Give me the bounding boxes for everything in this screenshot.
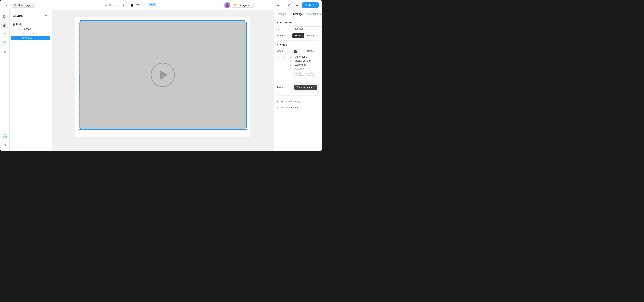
display-controls-label: Display controls <box>294 60 312 62</box>
canvas-content <box>75 16 250 133</box>
loop-video-row: Loop video <box>290 64 319 66</box>
chevron-down-icon: ⌄ <box>250 4 252 6</box>
poster-area: Choose image... <box>292 82 319 93</box>
id-field-row: ID <box>277 26 319 31</box>
conditional-visibility-section[interactable]: ▶ Conditional visibility <box>277 98 319 104</box>
resize-handle-tr[interactable] <box>245 20 247 22</box>
tab-interactions[interactable]: Interactions <box>306 10 322 18</box>
chevron-down-icon: ⌄ <box>32 4 34 6</box>
add-layer-button[interactable]: + <box>44 13 48 18</box>
video-layer-icon: ⊙ <box>22 37 24 40</box>
autoplay-checkbox[interactable] <box>290 68 293 70</box>
layers-title: Layers <box>13 14 22 17</box>
custom-attributes-section[interactable]: ▶ Custom attributes <box>277 104 319 110</box>
sidebar-item-global[interactable]: 🌐 <box>1 132 8 140</box>
attributes-section-header[interactable]: ▼ Attributes <box>277 21 319 24</box>
chevron-icon: ⌄ <box>15 28 17 30</box>
check-icon[interactable]: ✓ <box>286 2 292 8</box>
designer-selector[interactable]: ✏️ Designer ⌄ <box>232 2 254 8</box>
tree-item-section[interactable]: ⌄ ⬜ Section <box>11 26 50 31</box>
canvas-container <box>75 16 250 137</box>
right-panel-tabs: Design Settings Interactions <box>274 10 322 18</box>
video-section-header[interactable]: ▼ Video <box>277 43 319 46</box>
avatar[interactable]: 👤 <box>224 2 230 8</box>
sidebar-item-pages[interactable]: ≡ <box>1 30 8 38</box>
behavior-label: Behavior <box>277 55 290 58</box>
sidebar-item-layers[interactable]: ◧ <box>1 22 8 29</box>
sidebar-item-home[interactable]: 🏠 <box>1 13 8 20</box>
video-section-chevron-icon: ▼ <box>277 44 279 46</box>
topbar: ✦ 🏠 Homepage ⌄ 🖥 All screens ⇕ 📱 82% ⇕ F… <box>0 0 322 10</box>
tree-label-body: Body <box>16 23 22 26</box>
resize-handle-br[interactable] <box>245 128 247 130</box>
poster-label: Poster <box>277 86 290 89</box>
tab-design[interactable]: Design <box>274 10 290 18</box>
browse-button[interactable]: Browse <box>300 48 319 53</box>
tree-label-section: Section <box>22 28 31 30</box>
loop-video-label: Loop video <box>294 64 306 66</box>
screen-label: All screens <box>108 4 121 7</box>
video-element[interactable] <box>79 20 246 129</box>
display-controls-checkbox[interactable] <box>290 60 293 62</box>
right-panel: Design Settings Interactions ▼ Attribute… <box>274 10 322 151</box>
tree-item-container[interactable]: ⌄ ⬜ Container <box>11 31 50 36</box>
right-panel-settings-content: ▼ Attributes ID Element Shown Hidden <box>274 18 322 113</box>
tab-settings[interactable]: Settings <box>290 10 306 18</box>
resize-handle-bl[interactable] <box>79 128 81 130</box>
layers-tree: ▣ Body ⌄ ⬜ Section ⌄ ⬜ Container ⊙ Video <box>10 20 52 42</box>
play-triangle-icon <box>160 70 168 80</box>
tree-label-container: Container <box>26 32 37 35</box>
hidden-toggle[interactable]: Hidden <box>304 34 317 38</box>
undo-button[interactable]: ↺ <box>256 2 262 8</box>
video-play-circle <box>151 63 175 87</box>
layers-header: Layers + <box>10 10 52 20</box>
attributes-chevron-icon: ▼ <box>277 21 279 24</box>
publish-button[interactable]: Publish <box>302 2 319 8</box>
tree-item-body[interactable]: ▣ Body <box>11 22 50 26</box>
chevron-icon: ⌄ <box>18 32 20 35</box>
zoom-caret-icon: ⇕ <box>141 4 143 6</box>
conditional-visibility-label: Conditional visibility <box>280 100 301 103</box>
mute-sound-label: Mute sound <box>294 55 307 58</box>
sidebar-item-assets[interactable]: 📄 <box>1 40 8 47</box>
breadcrumb[interactable]: 🏠 Homepage ⌄ <box>11 2 36 8</box>
choose-image-button[interactable]: Choose image... <box>294 85 317 90</box>
element-label: Element <box>277 34 290 37</box>
resize-handle-tl[interactable] <box>79 20 81 22</box>
designer-label: Designer <box>238 4 249 7</box>
divider-1 <box>277 40 319 41</box>
loop-video-checkbox[interactable] <box>290 64 293 66</box>
home-icon: 🏠 <box>14 4 17 7</box>
preview-play-button[interactable]: ▶ <box>294 2 300 8</box>
redo-button[interactable]: ↻ <box>264 2 270 8</box>
autoplay-label: Autoplay <box>294 68 304 70</box>
behavior-row: Behavior Mute sound Display controls <box>277 55 319 77</box>
sidebar-item-settings[interactable]: ⚙ <box>1 141 8 148</box>
tree-item-video[interactable]: ⊙ Video <box>11 36 50 40</box>
zoom-label: 82% <box>135 4 140 7</box>
element-toggle-group: Shown Hidden <box>292 33 317 38</box>
icon-bar: 🏠 ◧ ≡ 📄 ⧉ 🌐 ⚙ <box>0 10 10 151</box>
mute-sound-checkbox[interactable] <box>290 56 293 58</box>
caret-right-icon: ▶ <box>277 100 278 102</box>
behavior-checkboxes: Mute sound Display controls Loop video <box>290 55 319 77</box>
breadcrumb-label: Homepage <box>18 4 31 7</box>
id-input[interactable] <box>292 26 322 31</box>
shown-toggle[interactable]: Shown <box>292 34 304 38</box>
tree-label-video: Video <box>25 37 32 40</box>
body-icon: ▣ <box>12 23 15 26</box>
canvas-area[interactable] <box>52 10 274 151</box>
video-field-label: Video <box>277 50 290 52</box>
element-field-row: Element Shown Hidden <box>277 33 319 38</box>
video-section-title: Video <box>280 43 287 46</box>
display-controls-row: Display controls <box>290 60 319 62</box>
autoplay-note: Available only when video sound is muted… <box>294 72 319 77</box>
invite-button[interactable]: Invite <box>272 2 284 8</box>
sidebar-item-components[interactable]: ⧉ <box>1 48 8 56</box>
container-icon: ⬜ <box>21 32 24 35</box>
autoplay-row: Autoplay <box>290 68 319 70</box>
designer-icon: ✏️ <box>234 4 237 7</box>
app-logo-icon[interactable]: ✦ <box>3 2 9 8</box>
zoom-selector[interactable]: 📱 82% ⇕ <box>129 3 144 8</box>
screen-selector[interactable]: 🖥 All screens ⇕ <box>103 3 126 8</box>
